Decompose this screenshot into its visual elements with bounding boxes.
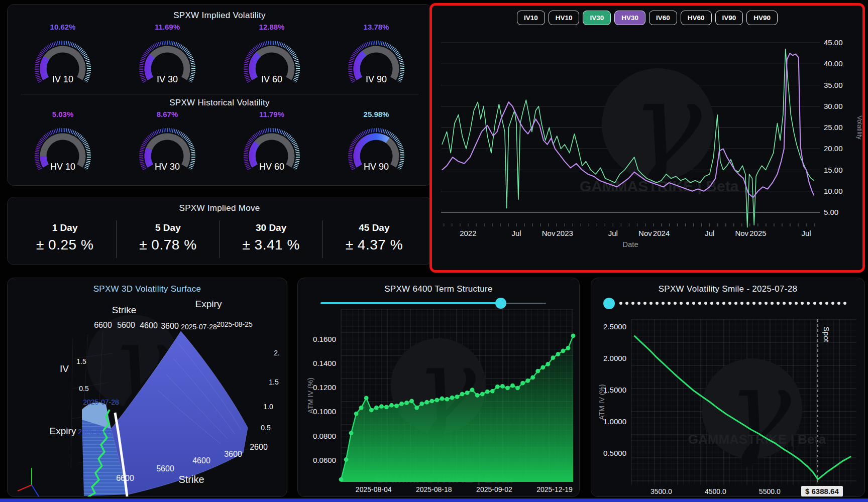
gauge-label: HV 60 — [259, 162, 284, 171]
term-marker — [510, 384, 515, 388]
term-slider-track-remainder[interactable] — [501, 303, 546, 304]
slider-dot — [637, 302, 640, 305]
toggle-hv60[interactable]: HV60 — [681, 11, 712, 25]
toggle-iv60[interactable]: IV60 — [649, 11, 677, 25]
term-marker — [525, 379, 530, 383]
y-tick: 2.0000 — [603, 354, 626, 362]
volatility-history-chart: γGAMMASTRIKE | Beta2022JulNov2023JulNov2… — [432, 6, 862, 270]
term-slider-track[interactable] — [320, 302, 501, 304]
implied-move-panel: SPXW Implied Move 1 Day± 0.25 %5 Day± 0.… — [7, 197, 432, 265]
slider-dot — [801, 302, 804, 305]
term-slider-handle[interactable] — [495, 298, 506, 309]
slider-dot — [740, 302, 743, 305]
gauge-hv-30: HV 30 — [121, 121, 213, 171]
toggle-hv90[interactable]: HV90 — [746, 11, 778, 25]
gauge-cell: 11.69%IV 30 — [115, 23, 220, 84]
term-marker — [505, 386, 510, 390]
term-marker — [480, 392, 485, 396]
surface-axis-label: 5600 — [156, 464, 174, 473]
term-marker — [440, 397, 444, 401]
term-structure-panel: SPXW 6400 Term Structure γGAMMASTRIKE | … — [297, 278, 580, 497]
smile-slider-handle[interactable] — [603, 298, 615, 309]
move-period-label: 1 Day — [14, 222, 116, 233]
surface-axis-label: 1.5 — [269, 378, 279, 386]
implied-move-item: 1 Day± 0.25 % — [14, 220, 116, 258]
term-marker — [435, 398, 439, 403]
toggle-iv90[interactable]: IV90 — [715, 11, 743, 25]
term-marker — [359, 406, 364, 410]
gauge-value: 13.78% — [364, 23, 389, 34]
term-marker — [409, 399, 414, 403]
term-marker — [419, 402, 424, 406]
surface-axis-label: 3600 — [224, 450, 242, 458]
gauge-hv-90: HV 90 — [330, 121, 422, 171]
surface-axis-label: 2600 — [250, 443, 268, 451]
gauge-label: HV 30 — [155, 162, 180, 171]
surface-axis-label: 6600 — [94, 321, 112, 329]
surface-axis-label: Expiry — [195, 299, 222, 309]
slider-dot — [734, 302, 737, 305]
term-marker — [551, 355, 555, 360]
x-tick: Jul — [705, 229, 714, 237]
x-tick: Nov — [638, 229, 652, 237]
gauge-iv-60: IV 60 — [226, 34, 318, 84]
gauge-label: IV 60 — [261, 74, 282, 84]
toggle-hv30[interactable]: HV30 — [614, 11, 645, 25]
term-marker — [424, 400, 429, 405]
term-marker — [379, 404, 384, 409]
term-marker — [535, 369, 540, 373]
x-tick: 2025 — [749, 229, 766, 237]
toggle-iv30[interactable]: IV30 — [583, 11, 611, 25]
slider-dot — [807, 302, 810, 305]
y-tick: 25.00 — [824, 123, 843, 132]
term-marker — [389, 403, 394, 408]
gauge-value: 10.62% — [50, 23, 76, 34]
svg-text:γ: γ — [722, 347, 791, 470]
iv-gauge-row: 10.62%IV 1011.69%IV 3012.88%IV 6013.78%I… — [11, 23, 428, 84]
implied-move-item: 30 Day± 3.41 % — [220, 220, 322, 258]
term-marker — [490, 389, 495, 394]
slider-dot — [698, 302, 701, 305]
gauge-fill-arc — [252, 144, 257, 166]
volatility-smile-panel: SPXW Volatility Smile - 2025-07-28 γGAMM… — [591, 278, 865, 497]
term-marker — [546, 362, 550, 366]
toggle-hv10[interactable]: HV10 — [549, 11, 580, 25]
slider-dot — [831, 302, 834, 305]
term-marker — [364, 396, 369, 400]
y-tick: 45.00 — [824, 38, 843, 47]
slider-dot — [783, 302, 786, 305]
surface-3d-chart[interactable]: γStrikeExpiry66005600460036002025-07-282… — [8, 278, 287, 496]
y-tick: 0.1600 — [313, 335, 336, 343]
gauge-value: 11.69% — [155, 23, 180, 34]
slider-dot — [813, 302, 816, 305]
gauge-iv-10: IV 10 — [17, 34, 109, 84]
surface-axis-label: 3600 — [161, 322, 179, 330]
volatility-smile-chart: γGAMMASTRIKE | BetaSpot0.50001.00001.500… — [591, 309, 864, 496]
smile-slider-track[interactable] — [619, 301, 846, 305]
surface-axis-label: 1.5 — [76, 357, 86, 365]
historical-vol-title: SPXW Historical Volatility — [8, 98, 431, 108]
volatility-smile-title: SPXW Volatility Smile - 2025-07-28 — [591, 284, 864, 294]
term-marker — [399, 402, 404, 406]
term-marker — [450, 396, 455, 400]
slider-dot — [771, 302, 774, 305]
gauge-fill-arc — [357, 53, 364, 79]
gauge-cell: 25.98%HV 90 — [324, 110, 428, 171]
slider-dot — [746, 302, 749, 305]
term-marker — [530, 375, 535, 380]
toggle-iv10[interactable]: IV10 — [517, 11, 545, 25]
gauge-value: 25.98% — [364, 110, 389, 121]
term-marker — [515, 386, 520, 390]
slider-dot — [765, 302, 768, 305]
surface-axis-label: 2025-08-25 — [216, 320, 253, 328]
y-tick: 40.00 — [824, 59, 843, 68]
term-marker — [520, 381, 525, 386]
move-value: ± 3.41 % — [220, 237, 322, 253]
y-axis-label: ATM IV (%) — [598, 384, 606, 420]
y-tick: 30.00 — [824, 102, 843, 110]
slider-dot — [752, 302, 755, 305]
y-tick: 0.1400 — [313, 359, 336, 367]
term-marker — [571, 334, 576, 338]
slider-dot — [789, 302, 792, 305]
surface-3d-panel: SPXW 3D Volatility Surface γStrikeExpiry… — [7, 278, 287, 497]
